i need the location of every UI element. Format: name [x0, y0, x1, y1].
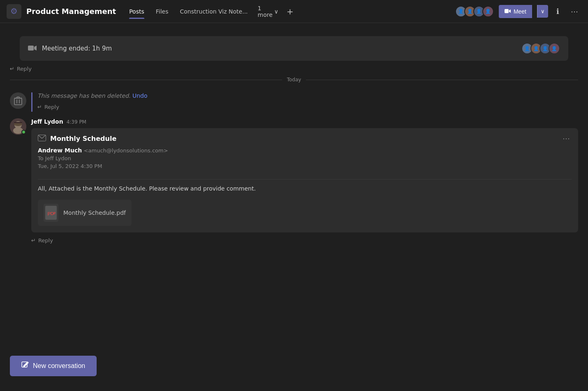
bottom-bar: New conversation	[0, 347, 588, 384]
tab-files[interactable]: Files	[151, 5, 174, 18]
divider-line-right	[306, 80, 578, 80]
email-date-line: Tue, Jul 5, 2022 4:30 PM	[38, 163, 572, 169]
svg-rect-2	[505, 9, 509, 13]
divider-line-left	[10, 80, 282, 80]
attachment-filename: Monthly Schedule.pdf	[63, 209, 126, 216]
online-indicator	[21, 130, 26, 134]
email-to-line: To Jeff Lydon	[38, 155, 572, 161]
video-icon	[505, 8, 511, 15]
chevron-down-icon: ∨	[274, 8, 278, 15]
today-divider: Today	[10, 77, 578, 83]
svg-rect-3	[28, 46, 34, 51]
deleted-message-text: This message has been deleted.	[37, 92, 131, 99]
meet-chevron-button[interactable]: ∨	[537, 5, 548, 18]
main-content: Meeting ended: 1h 9m 👤 👤 👤 👤 ↵ Reply Tod…	[0, 23, 588, 391]
avatar-4: 👤	[482, 6, 494, 17]
email-card: Monthly Schedule ⋯ Andrew Much <amuch@ly…	[31, 128, 578, 232]
today-label: Today	[287, 77, 301, 83]
meet-button[interactable]: Meet	[499, 5, 532, 18]
svg-rect-8	[14, 122, 22, 123]
email-body-text: All, Attached is the Monthly Schedule. P…	[38, 184, 572, 193]
video-camera-icon	[28, 45, 37, 53]
meeting-avatar-4: 👤	[549, 43, 560, 54]
chevron-down-icon: ∨	[541, 8, 545, 14]
email-from-line: Andrew Much <amuch@lydonsolutions.com>	[38, 147, 572, 154]
more-tabs[interactable]: 1 more ∨	[255, 2, 282, 21]
meeting-ended-section: Meeting ended: 1h 9m 👤 👤 👤 👤 ↵ Reply	[10, 30, 578, 74]
jeff-message-time: 4:39 PM	[67, 119, 86, 125]
jeff-avatar-container	[10, 118, 26, 135]
svg-rect-4	[14, 98, 22, 105]
email-from-name: Andrew Much	[38, 147, 82, 154]
email-subject: Monthly Schedule	[50, 135, 116, 143]
jeff-message-content: Jeff Lydon 4:39 PM Monthly Schedule	[31, 118, 578, 245]
info-button[interactable]: ℹ	[553, 5, 563, 18]
tab-bar: Posts Files Construction Viz Note... 1 m…	[124, 2, 297, 21]
email-card-header: Monthly Schedule ⋯	[31, 128, 578, 147]
tab-construction[interactable]: Construction Viz Note...	[175, 5, 253, 18]
deleted-message-content: This message has been deleted. Undo ↵ Re…	[31, 92, 578, 112]
reply-icon-jeff: ↵	[31, 237, 36, 244]
pdf-icon	[44, 204, 58, 222]
add-tab-button[interactable]: +	[283, 5, 297, 18]
jeff-reply-button[interactable]: ↵ Reply	[31, 236, 578, 245]
teams-logo: ⚙	[7, 4, 21, 19]
tab-posts[interactable]: Posts	[124, 5, 149, 18]
email-from-address: <amuch@lydonsolutions.com>	[84, 147, 168, 154]
meeting-reply-button[interactable]: ↵ Reply	[10, 64, 578, 74]
participants-avatars: 👤 👤 👤 👤	[455, 6, 494, 17]
attachment-row[interactable]: Monthly Schedule.pdf	[38, 200, 132, 226]
deleted-message-row: This message has been deleted. Undo ↵ Re…	[0, 89, 588, 115]
email-icon	[38, 135, 46, 143]
deleted-message-avatar	[10, 92, 26, 109]
compose-icon	[21, 361, 29, 370]
deleted-message-avatar-container	[10, 92, 26, 109]
deleted-reply-button[interactable]: ↵ Reply	[37, 102, 578, 112]
email-card-body: All, Attached is the Monthly Schedule. P…	[31, 179, 578, 232]
channel-title: Product Management	[26, 7, 116, 16]
jeff-message-meta: Jeff Lydon 4:39 PM	[31, 118, 578, 125]
jeff-sender-name: Jeff Lydon	[31, 118, 63, 125]
email-metadata: Andrew Much <amuch@lydonsolutions.com> T…	[31, 147, 578, 179]
email-body-divider	[38, 179, 572, 179]
meeting-participants: 👤 👤 👤 👤	[521, 43, 560, 54]
topbar: ⚙ Product Management Posts Files Constru…	[0, 0, 588, 23]
more-options-button[interactable]: ⋯	[567, 5, 581, 18]
new-conversation-button[interactable]: New conversation	[10, 356, 97, 376]
email-card-title-row: Monthly Schedule	[38, 135, 116, 143]
reply-icon: ↵	[10, 66, 14, 72]
jeff-message-row: Jeff Lydon 4:39 PM Monthly Schedule	[0, 115, 588, 248]
meeting-ended-card: Meeting ended: 1h 9m 👤 👤 👤 👤	[20, 36, 568, 61]
svg-text:⚙: ⚙	[10, 6, 18, 16]
email-more-button[interactable]: ⋯	[561, 134, 572, 143]
meeting-ended-text: Meeting ended: 1h 9m	[42, 45, 112, 52]
reply-icon-deleted: ↵	[37, 104, 42, 110]
undo-button[interactable]: Undo	[132, 92, 148, 99]
